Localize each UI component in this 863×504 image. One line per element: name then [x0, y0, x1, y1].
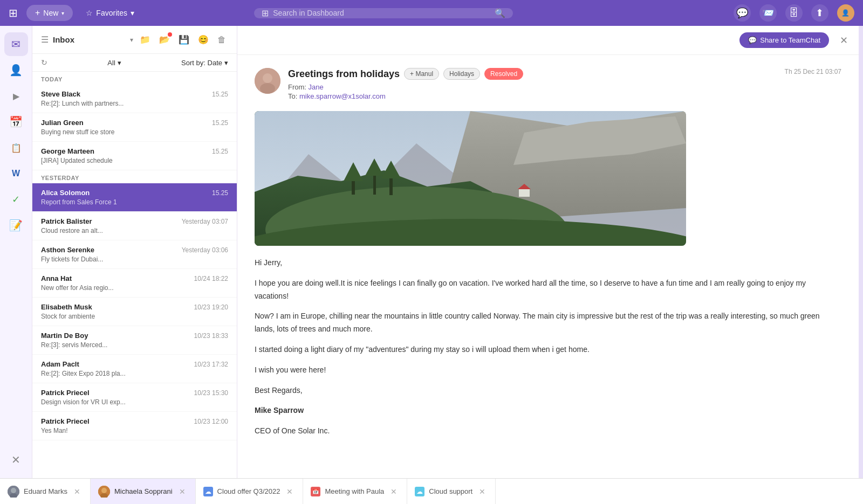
archive-icon[interactable]: 🗄 [785, 4, 803, 22]
email-time: Yesterday 03:06 [182, 246, 228, 254]
email-preview: Buying new stuff ice store [41, 128, 228, 136]
user-avatar[interactable]: 👤 [837, 4, 854, 22]
search-input[interactable] [273, 9, 490, 17]
tab-eduard-marks[interactable]: Eduard Marks ✕ [0, 479, 91, 504]
sidebar-item-contacts[interactable]: 👤 [4, 58, 28, 82]
tab-close-button[interactable]: ✕ [284, 486, 295, 497]
email-item[interactable]: Elisabeth Musk 10/23 19:20 Stock for amb… [32, 298, 237, 326]
tab-icon-cloud-support: ☁ [415, 487, 424, 496]
tab-close-button[interactable]: ✕ [388, 486, 399, 497]
email-item[interactable]: Patrick Balister Yesterday 03:07 Cloud r… [32, 212, 237, 240]
tab-cloud-support[interactable]: ☁ Cloud support ✕ [407, 479, 496, 504]
bottom-tabs: Eduard Marks ✕ Michaela Sopprani ✕ ☁ Clo… [0, 478, 863, 504]
star-icon: ☆ [86, 9, 93, 17]
refresh-button[interactable]: ↻ [41, 58, 47, 67]
tag-resolved[interactable]: Resolved [484, 68, 523, 80]
sidebar: ✉ 👤 ▶ 📅 📋 W ✓ 📝 ✕ [0, 26, 32, 478]
tab-cloud-offer[interactable]: ☁ Cloud offer Q3/2022 ✕ [196, 479, 304, 504]
body-line-5: I wish you were here! [255, 364, 841, 377]
email-from: From: Jane [288, 83, 777, 91]
tab-avatar-michaela [98, 486, 110, 498]
add-folder-button[interactable]: 📁 [138, 32, 153, 47]
email-item[interactable]: Patrick Priecel 10/23 15:30 Design visio… [32, 383, 237, 412]
tag-holidays[interactable]: Holidays [443, 68, 480, 80]
email-preview: Stock for ambiente [41, 313, 228, 320]
filter-bar: ↻ All ▾ Sort by: Date ▾ [32, 54, 237, 72]
tab-close-button[interactable]: ✕ [72, 486, 83, 497]
new-button[interactable]: + New ▾ [26, 5, 73, 21]
tab-avatar-eduard [8, 486, 19, 498]
email-preview: Re:[2]: Gitex Expo 2018 pla... [41, 370, 228, 377]
email-preview: Design vision for VR UI exp... [41, 398, 228, 406]
share-to-teamchat-button[interactable]: 💬 Share to TeamChat [739, 32, 829, 48]
favorites-button[interactable]: ☆ Favorites ▾ [79, 5, 141, 20]
filter-all[interactable]: All ▾ [107, 59, 121, 67]
email-time: Yesterday 03:07 [182, 218, 228, 225]
section-today: TODAY [32, 72, 237, 85]
delete-button[interactable]: 🗑 [215, 32, 228, 47]
email-item[interactable]: Adam Paclt 10/23 17:32 Re:[2]: Gitex Exp… [32, 355, 237, 383]
email-item[interactable]: George Marteen 15.25 [JIRA] Updated sche… [32, 142, 237, 170]
email-sender: Asthon Serenke [41, 246, 94, 254]
inbox-folder-icon: ☰ [41, 34, 49, 45]
sort-date[interactable]: Sort by: Date ▾ [181, 59, 228, 67]
header-actions: 📁 📂 💾 😊 🗑 [138, 32, 228, 47]
tag-manul[interactable]: + Manul [404, 68, 439, 80]
signature-greeting: Best Regards, [255, 384, 841, 397]
email-photo [255, 111, 686, 246]
email-signature: Best Regards, Mike Sparrow CEO of One So… [255, 384, 841, 438]
signature-title: CEO of One Solar Inc. [255, 425, 841, 438]
emoji-button[interactable]: 😊 [196, 32, 211, 47]
tab-michaela-sopprani[interactable]: Michaela Sopprani ✕ [91, 479, 196, 504]
email-item[interactable]: Patrick Priecel 10/23 12:00 Yes Man! [32, 412, 237, 440]
tab-label: Cloud support [429, 487, 472, 495]
email-item[interactable]: Martin De Boy 10/23 18:33 Re:[3]: servis… [32, 326, 237, 355]
close-detail-button[interactable]: ✕ [840, 34, 848, 46]
upload-icon[interactable]: ⬆ [811, 4, 828, 22]
email-preview: Report from Sales Force 1 [41, 198, 228, 206]
email-meta: Greetings from holidays + Manul Holidays… [255, 68, 841, 100]
sidebar-item-mail[interactable]: ✉ [4, 32, 28, 56]
email-item[interactable]: Anna Hat 10/24 18:22 New offer for Asia … [32, 269, 237, 298]
main-content: ✉ 👤 ▶ 📅 📋 W ✓ 📝 ✕ ☰ Inbox ▾ 📁 📂 [0, 26, 863, 478]
email-item-active[interactable]: Alica Solomon 15.25 Report from Sales Fo… [32, 183, 237, 212]
email-to-link[interactable]: mike.sparrow@x1solar.com [299, 92, 386, 100]
email-preview: [JIRA] Updated schedule [41, 157, 228, 164]
search-magnify-icon[interactable]: 🔍 [495, 8, 505, 18]
sidebar-item-calendar[interactable]: 📅 [4, 110, 28, 134]
sidebar-item-word[interactable]: W [4, 162, 28, 185]
email-sender: Alica Solomon [41, 189, 90, 197]
sidebar-item-video[interactable]: ▶ [4, 84, 28, 108]
email-sender: Patrick Balister [41, 217, 92, 225]
email-time: 10/23 18:33 [194, 332, 228, 340]
email-to: To: mike.sparrow@x1solar.com [288, 92, 777, 100]
email-sender: Adam Paclt [41, 360, 79, 368]
message-icon[interactable]: 📨 [759, 4, 777, 22]
email-item[interactable]: Asthon Serenke Yesterday 03:06 Fly ticke… [32, 240, 237, 269]
email-sender: Anna Hat [41, 274, 72, 282]
tab-label: Cloud offer Q3/2022 [217, 487, 280, 495]
share-label: Share to TeamChat [760, 36, 820, 44]
inbox-chevron-icon[interactable]: ▾ [130, 36, 133, 44]
sidebar-item-check[interactable]: ✓ [4, 188, 28, 211]
tab-close-button[interactable]: ✕ [477, 486, 488, 497]
svg-rect-15 [519, 189, 530, 197]
sort-label: Sort by: Date [181, 59, 222, 67]
sidebar-item-close[interactable]: ✕ [4, 448, 28, 472]
chat-icon[interactable]: 💬 [734, 4, 751, 22]
svg-rect-11 [373, 173, 376, 195]
email-item[interactable]: Julian Green 15.25 Buying new stuff ice … [32, 113, 237, 142]
svg-point-1 [263, 73, 272, 83]
sidebar-item-tasks[interactable]: 📋 [4, 136, 28, 160]
sort-chevron-icon: ▾ [224, 59, 228, 67]
sidebar-item-notes[interactable]: 📝 [4, 213, 28, 237]
folder-button[interactable]: 📂 [157, 32, 172, 47]
tab-meeting-paula[interactable]: 📅 Meeting with Paula ✕ [303, 479, 407, 504]
save-folder-button[interactable]: 💾 [176, 32, 191, 47]
email-time: 15.25 [212, 119, 228, 127]
email-item[interactable]: Steve Black 15.25 Re:[2]: Lunch with par… [32, 85, 237, 113]
email-subject: Greetings from holidays [288, 68, 400, 80]
grid-icon[interactable]: ⊞ [9, 6, 18, 19]
email-from-link[interactable]: Jane [309, 83, 324, 91]
tab-close-button[interactable]: ✕ [177, 486, 188, 497]
